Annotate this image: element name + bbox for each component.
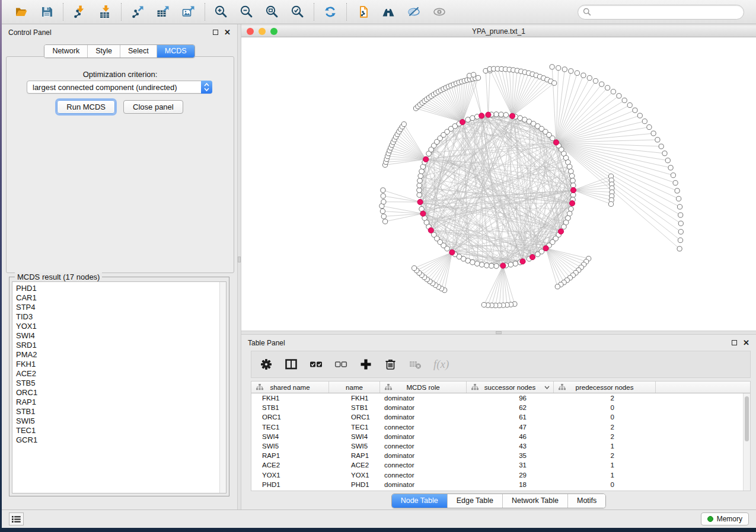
dominator-node[interactable] (520, 259, 525, 264)
mcds-result-item[interactable]: STP4 (12, 303, 226, 312)
table-row[interactable]: FKH1FKH1dominator962 (251, 393, 743, 403)
table-cell[interactable]: SWI5 (329, 443, 380, 450)
export-image-button[interactable] (181, 4, 196, 20)
table-cell[interactable]: YOX1 (251, 472, 329, 479)
mcds-result-item[interactable]: TID3 (12, 312, 226, 322)
dominator-node[interactable] (500, 263, 506, 268)
table-cell[interactable]: RAP1 (329, 452, 380, 459)
dominator-node[interactable] (543, 246, 548, 251)
table-cell[interactable]: PHD1 (329, 481, 380, 488)
table-cell[interactable]: FKH1 (251, 395, 329, 402)
mcds-result-item[interactable]: SWI4 (12, 331, 226, 341)
table-cell[interactable]: 61 (467, 414, 554, 421)
table-cell[interactable]: dominator (380, 414, 467, 421)
table-scrollbar[interactable] (743, 393, 750, 491)
mcds-result-item[interactable]: FKH1 (12, 360, 226, 369)
table-cell[interactable]: RAP1 (251, 452, 329, 459)
mcds-result-item[interactable]: PMA2 (12, 350, 226, 360)
close-panel-button-mcds[interactable]: Close panel (123, 100, 183, 114)
hide-details-button[interactable] (406, 4, 422, 20)
function-builder-button[interactable]: f(x) (432, 358, 450, 371)
zoom-in-button[interactable] (213, 4, 229, 20)
dominator-node[interactable] (529, 254, 535, 259)
binoculars-button[interactable] (381, 4, 396, 20)
table-cell[interactable]: 29 (467, 472, 554, 479)
table-row[interactable]: SWI5SWI5connector431 (251, 441, 743, 451)
dominator-node[interactable] (553, 140, 559, 145)
table-cell[interactable]: dominator (380, 433, 467, 440)
select-all-checkboxes-button[interactable] (308, 356, 324, 373)
table-cell[interactable]: dominator (380, 395, 467, 402)
show-details-button[interactable] (432, 4, 447, 20)
mcds-list-scrollbar[interactable] (219, 282, 226, 493)
tab-network-table[interactable]: Network Table (502, 494, 567, 508)
table-cell[interactable]: 62 (467, 404, 554, 411)
column-header-predecessor-nodes[interactable]: predecessor nodes (554, 382, 656, 393)
table-cell[interactable]: TEC1 (251, 424, 329, 431)
table-row[interactable]: ACE2ACE2connector311 (251, 460, 743, 470)
export-table-button[interactable] (155, 4, 171, 20)
zoom-out-button[interactable] (239, 4, 254, 20)
table-cell[interactable]: FKH1 (329, 395, 380, 402)
table-cell[interactable]: connector (380, 462, 467, 469)
tab-mcds[interactable]: MCDS (157, 45, 194, 57)
float-panel-button[interactable] (732, 340, 737, 345)
horizontal-splitter[interactable] (241, 331, 756, 335)
mcds-result-item[interactable]: TEC1 (12, 426, 226, 435)
open-folder-button[interactable] (14, 4, 29, 20)
close-panel-button[interactable]: ✕ (743, 340, 749, 346)
split-panel-button[interactable] (283, 356, 299, 373)
column-header-successor-nodes[interactable]: successor nodes (467, 382, 554, 393)
scrollbar-thumb[interactable] (745, 396, 749, 441)
splitter-handle[interactable] (238, 257, 241, 262)
table-cell[interactable]: 31 (467, 462, 554, 469)
mcds-result-list[interactable]: PHD1CAR1STP4TID3YOX1SWI4SRD1PMA2FKH1ACE2… (12, 281, 227, 493)
table-cell[interactable]: STB1 (329, 404, 380, 411)
table-cell[interactable]: 43 (467, 443, 554, 450)
maximize-window-button[interactable] (270, 28, 277, 35)
table-cell[interactable]: 2 (554, 424, 656, 431)
deselect-all-checkboxes-button[interactable] (333, 356, 349, 373)
tab-edge-table[interactable]: Edge Table (447, 494, 502, 508)
table-cell[interactable]: 2 (554, 395, 656, 402)
search-input[interactable] (594, 8, 739, 16)
refresh-button[interactable] (323, 4, 338, 20)
dominator-node[interactable] (479, 113, 484, 118)
mcds-result-item[interactable]: SWI5 (12, 416, 226, 426)
table-cell[interactable]: 1 (554, 472, 656, 479)
mcds-result-item[interactable]: PHD1 (12, 284, 226, 293)
table-cell[interactable]: 1 (554, 462, 656, 469)
table-cell[interactable]: 18 (467, 481, 554, 488)
mcds-result-item[interactable]: CAR1 (12, 293, 226, 303)
delete-column-button[interactable] (382, 356, 399, 373)
share-document-button[interactable] (355, 4, 371, 20)
mcds-result-item[interactable]: ACE2 (12, 369, 226, 379)
table-cell[interactable]: ORC1 (329, 414, 380, 421)
table-cell[interactable]: 47 (467, 424, 554, 431)
table-cell[interactable]: dominator (380, 404, 467, 411)
mcds-result-item[interactable]: GCR1 (12, 435, 226, 445)
tab-select[interactable]: Select (120, 45, 157, 57)
table-row[interactable]: YOX1YOX1connector291 (251, 470, 743, 480)
task-history-button[interactable] (9, 512, 24, 525)
mcds-result-item[interactable]: SRD1 (12, 341, 226, 350)
search-box[interactable] (578, 5, 744, 20)
table-cell[interactable]: ACE2 (329, 462, 380, 469)
table-cell[interactable]: connector (380, 472, 467, 479)
close-panel-button[interactable]: ✕ (224, 30, 231, 36)
table-cell[interactable]: 0 (554, 481, 656, 488)
table-cell[interactable]: 1 (554, 443, 656, 450)
dominator-node[interactable] (420, 211, 426, 216)
table-row[interactable]: SWI4SWI4dominator462 (251, 432, 743, 441)
tab-network[interactable]: Network (44, 45, 87, 57)
table-row[interactable]: ORC1ORC1dominator610 (251, 412, 743, 422)
add-column-button[interactable] (358, 356, 374, 373)
network-canvas[interactable] (241, 37, 756, 331)
column-header-MCDS-role[interactable]: MCDS role (380, 382, 467, 393)
dominator-node[interactable] (423, 156, 429, 162)
dominator-node[interactable] (428, 227, 433, 233)
table-cell[interactable]: 0 (554, 404, 656, 411)
mcds-result-item[interactable]: YOX1 (12, 322, 226, 331)
table-cell[interactable]: 96 (467, 395, 554, 402)
zoom-selected-button[interactable] (290, 4, 305, 20)
